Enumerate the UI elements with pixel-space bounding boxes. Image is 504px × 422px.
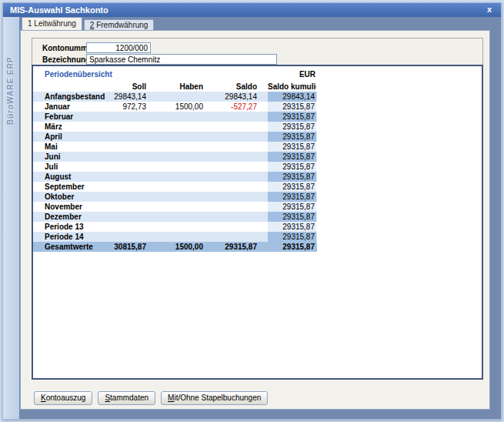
cell-soll <box>107 182 146 192</box>
cell-gap <box>257 172 268 182</box>
cell-haben <box>146 202 203 212</box>
bezeichnung-label: Bezeichnung <box>42 55 86 64</box>
button-label: Kontoauszug <box>41 392 85 404</box>
cell-soll: 29843,14 <box>107 92 146 102</box>
cell-gap <box>257 162 268 172</box>
cell-label: Oktober <box>45 192 107 202</box>
table-title: Periodenübersicht <box>45 70 112 79</box>
tab-leitwaehrung[interactable]: 1 Leitwährung <box>22 17 82 30</box>
tab-bar: 1 Leitwährung 2 Fremdwährung <box>22 18 155 30</box>
cell-saldo <box>203 222 257 232</box>
cell-kum: 29315,87 <box>268 102 316 112</box>
button-row: Kontoauszug Stammdaten Mit/Ohne Stapelbu… <box>34 391 268 405</box>
cell-kum: 29315,87 <box>268 172 316 182</box>
cell-gap <box>257 142 268 152</box>
cell-kum: 29315,87 <box>268 152 316 162</box>
cell-saldo <box>203 112 257 122</box>
cell-haben <box>146 222 203 232</box>
table-row[interactable]: Februar29315,87 <box>33 112 317 122</box>
cell-kum: 29315,87 <box>268 212 316 222</box>
cell-haben: 1500,00 <box>146 242 203 252</box>
table-row[interactable]: Juni29315,87 <box>33 152 317 162</box>
cell-gap <box>257 192 268 202</box>
cell-haben <box>146 192 203 202</box>
cell-saldo: 29315,87 <box>203 242 257 252</box>
stammdaten-button[interactable]: Stammdaten <box>98 391 155 405</box>
stapelbuchungen-button[interactable]: Mit/Ohne Stapelbuchungen <box>161 391 268 405</box>
cell-label: Juni <box>45 152 107 162</box>
col-header-period <box>45 82 107 92</box>
table-row[interactable]: Mai29315,87 <box>33 142 317 152</box>
period-overview-panel: Periodenübersicht EUR Soll Haben Saldo S… <box>32 65 483 380</box>
cell-gap <box>257 152 268 162</box>
cell-gap <box>257 92 268 102</box>
cell-label: August <box>45 172 107 182</box>
tab-label: 1 Leitwährung <box>28 19 76 28</box>
bezeichnung-input[interactable] <box>86 54 277 65</box>
table-row[interactable]: März29315,87 <box>33 122 317 132</box>
table-row[interactable]: Anfangsbestand29843,1429843,1429843,14 <box>33 92 317 102</box>
cell-saldo <box>203 122 257 132</box>
cell-haben <box>146 132 203 142</box>
cell-saldo <box>203 132 257 142</box>
button-label: Mit/Ohne Stapelbuchungen <box>168 392 261 404</box>
cell-kum: 29843,14 <box>268 92 316 102</box>
kontonummer-row: Kontonummer <box>42 42 478 53</box>
cell-soll <box>107 222 146 232</box>
table-row[interactable]: Periode 1329315,87 <box>33 222 317 232</box>
table-row[interactable]: Dezember29315,87 <box>33 212 317 222</box>
cell-kum: 29315,87 <box>268 232 316 242</box>
cell-haben <box>146 162 203 172</box>
table-row[interactable]: Juli29315,87 <box>33 162 317 172</box>
column-header-row: Soll Haben Saldo Saldo kumuliert <box>33 82 317 92</box>
table-row[interactable]: Oktober29315,87 <box>33 192 317 202</box>
table-row[interactable]: August29315,87 <box>33 172 317 182</box>
cell-label: Mai <box>45 142 107 152</box>
cell-gap <box>257 212 268 222</box>
cell-soll <box>107 232 146 242</box>
cell-gap <box>257 122 268 132</box>
cell-label: Januar <box>45 102 107 112</box>
cell-kum: 29315,87 <box>268 122 316 132</box>
cell-label: April <box>45 132 107 142</box>
cell-haben <box>146 212 203 222</box>
tab-label: 2 Fremdwährung <box>90 20 149 30</box>
cell-soll <box>107 162 146 172</box>
currency-label: EUR <box>267 70 315 79</box>
tab-fremdwaehrung[interactable]: 2 Fremdwährung <box>84 19 155 30</box>
cell-haben <box>146 112 203 122</box>
cell-gap <box>257 112 268 122</box>
cell-label: Periode 14 <box>45 232 107 242</box>
cell-saldo <box>203 232 257 242</box>
table-row[interactable]: April29315,87 <box>33 132 317 142</box>
cell-kum: 29315,87 <box>268 162 316 172</box>
cell-haben <box>146 232 203 242</box>
cell-label: Februar <box>45 112 107 122</box>
col-header-haben: Haben <box>146 82 203 92</box>
cell-gap <box>257 182 268 192</box>
button-label: Stammdaten <box>105 392 149 404</box>
bezeichnung-row: Bezeichnung <box>42 54 478 65</box>
table-row[interactable]: November29315,87 <box>33 202 317 212</box>
cell-haben: 1500,00 <box>146 102 203 112</box>
cell-gap <box>257 202 268 212</box>
cell-label: September <box>45 182 107 192</box>
table-row[interactable]: Gesamtwerte30815,871500,0029315,8729315,… <box>33 242 317 252</box>
titlebar[interactable]: MIS-Auswahl Sachkonto x <box>3 3 501 17</box>
kontonummer-input[interactable] <box>86 42 151 53</box>
cell-saldo <box>203 192 257 202</box>
kontonummer-label: Kontonummer <box>42 44 86 52</box>
table-row[interactable]: Periode 1429315,87 <box>33 232 317 242</box>
table-row[interactable]: Januar972,731500,00-527,2729315,87 <box>33 102 317 112</box>
cell-saldo <box>203 182 257 192</box>
cell-soll <box>107 212 146 222</box>
cell-soll <box>107 112 146 122</box>
col-header-soll: Soll <box>107 82 146 92</box>
period-table-body: Anfangsbestand29843,1429843,1429843,14Ja… <box>33 92 482 252</box>
cell-haben <box>146 152 203 162</box>
table-row[interactable]: September29315,87 <box>33 182 317 192</box>
col-header-kumuliert: Saldo kumuliert <box>268 82 316 92</box>
close-icon[interactable]: x <box>484 3 495 17</box>
kontoauszug-button[interactable]: Kontoauszug <box>34 391 92 405</box>
cell-saldo <box>203 202 257 212</box>
